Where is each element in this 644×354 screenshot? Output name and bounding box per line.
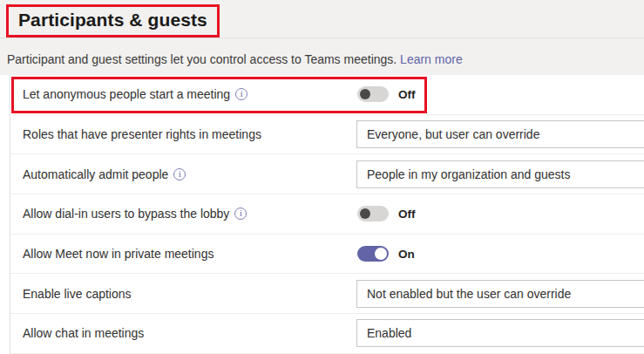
setting-label: Enable live captions <box>23 287 132 301</box>
toggle-control: On <box>357 246 415 262</box>
setting-row: Allow dial-in users to bypass the lobby … <box>10 194 644 235</box>
setting-control-slot: Not enabled but the user can override <box>356 274 644 313</box>
setting-control-slot: People in my organization and guests <box>356 154 644 194</box>
setting-label-group: Automatically admit people i <box>10 167 186 181</box>
setting-label-group: Let anonymous people start a meeting i <box>10 87 247 101</box>
setting-row: Let anonymous people start a meeting i O… <box>10 75 644 115</box>
setting-row: Enable live captions Not enabled but the… <box>10 274 644 314</box>
setting-row: Allow chat in meetings Enabled <box>10 314 644 354</box>
toggle-state-label: Off <box>398 208 416 221</box>
setting-row: Allow Meet now in private meetings On <box>10 235 644 275</box>
page-subtitle: Participant and guest settings let you c… <box>7 52 463 66</box>
info-icon[interactable]: i <box>235 88 247 100</box>
setting-label: Allow Meet now in private meetings <box>23 247 214 261</box>
setting-label-group: Allow chat in meetings <box>10 326 144 340</box>
page-title: Participants & guests <box>18 9 207 31</box>
title-annotation-box: Participants & guests <box>6 4 220 37</box>
setting-label: Allow chat in meetings <box>23 326 144 340</box>
setting-label: Allow dial-in users to bypass the lobby <box>23 207 229 221</box>
setting-control-slot: On <box>356 235 644 274</box>
header-divider <box>0 37 644 38</box>
setting-dropdown[interactable]: Enabled <box>356 319 644 347</box>
setting-dropdown[interactable]: Everyone, but user can override <box>356 120 644 148</box>
toggle-control: Off <box>357 206 416 221</box>
setting-label-group: Roles that have presenter rights in meet… <box>10 127 261 141</box>
toggle-control: Off <box>357 86 416 102</box>
subtitle-text: Participant and guest settings let you c… <box>7 52 397 66</box>
toggle-knob <box>360 89 370 99</box>
toggle-switch[interactable] <box>357 246 389 262</box>
setting-dropdown[interactable]: Not enabled but the user can override <box>356 280 644 308</box>
setting-control-slot: Enabled <box>356 314 644 353</box>
toggle-switch[interactable] <box>357 86 389 102</box>
toggle-state-label: Off <box>398 88 416 101</box>
settings-list: Let anonymous people start a meeting i O… <box>10 75 644 354</box>
setting-control-slot: Off <box>356 194 644 234</box>
toggle-knob <box>360 208 370 219</box>
setting-label-group: Enable live captions <box>10 287 132 301</box>
setting-label-group: Allow dial-in users to bypass the lobby … <box>10 207 247 221</box>
setting-row: Automatically admit people i People in m… <box>10 154 644 194</box>
learn-more-link[interactable]: Learn more <box>400 52 463 66</box>
info-icon[interactable]: i <box>173 168 186 180</box>
setting-control-slot: Off <box>356 75 644 114</box>
setting-label: Let anonymous people start a meeting <box>23 87 230 101</box>
page-header: Participants & guests Participant and gu… <box>0 0 644 75</box>
setting-label: Roles that have presenter rights in meet… <box>23 127 261 141</box>
toggle-knob <box>375 248 387 260</box>
setting-dropdown[interactable]: People in my organization and guests <box>356 160 644 188</box>
setting-label-group: Allow Meet now in private meetings <box>10 247 214 261</box>
setting-row: Roles that have presenter rights in meet… <box>10 115 644 155</box>
toggle-switch[interactable] <box>357 206 389 221</box>
setting-control-slot: Everyone, but user can override <box>356 115 644 154</box>
toggle-state-label: On <box>398 248 415 261</box>
setting-label: Automatically admit people <box>23 167 168 181</box>
settings-page: Participants & guests Participant and gu… <box>0 0 644 354</box>
info-icon[interactable]: i <box>234 208 247 220</box>
